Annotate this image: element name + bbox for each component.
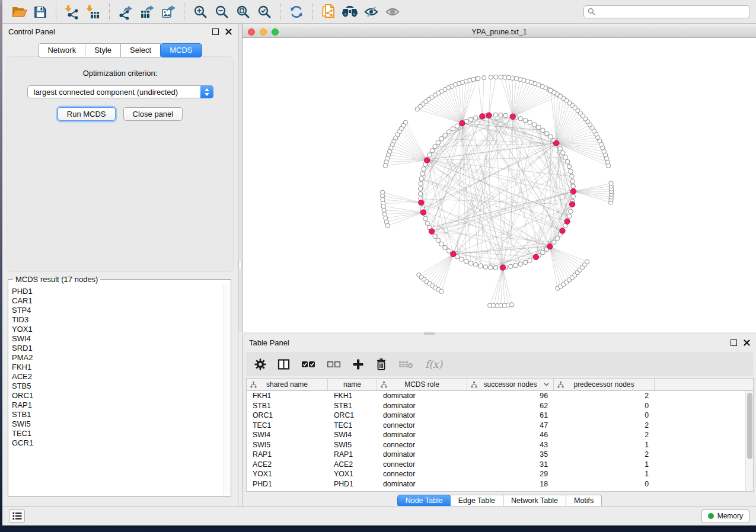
splitter-handle[interactable] bbox=[238, 261, 242, 270]
open-session-button[interactable] bbox=[8, 2, 30, 22]
float-panel-icon[interactable] bbox=[212, 28, 219, 35]
table-cell: STB1 bbox=[247, 402, 328, 410]
list-item[interactable]: YOX1 bbox=[12, 325, 231, 334]
column-label: predecessor nodes bbox=[573, 380, 634, 389]
network-graph[interactable] bbox=[243, 38, 756, 332]
mcds-result-scrollbar[interactable] bbox=[223, 285, 229, 495]
list-item[interactable]: GCR1 bbox=[12, 438, 231, 448]
select-all-button[interactable] bbox=[301, 360, 315, 369]
close-panel-icon[interactable] bbox=[225, 28, 232, 35]
table-cell: YOX1 bbox=[247, 470, 328, 478]
list-item[interactable]: PMA2 bbox=[12, 353, 231, 363]
table-row[interactable]: ACE2ACE2connector311 bbox=[247, 460, 753, 470]
table-row[interactable]: ORC1ORC1dominator610 bbox=[247, 411, 753, 421]
export-table-button[interactable] bbox=[136, 2, 158, 22]
list-item[interactable]: STB1 bbox=[12, 410, 231, 419]
table-cell: 61 bbox=[467, 411, 554, 419]
search-box[interactable] bbox=[583, 5, 750, 18]
import-network-button[interactable] bbox=[62, 2, 83, 22]
list-item[interactable]: SWI5 bbox=[12, 419, 231, 429]
search-input[interactable] bbox=[598, 7, 746, 17]
table-row[interactable]: PHD1PHD1dominator180 bbox=[247, 479, 753, 489]
search-network-button[interactable] bbox=[339, 2, 361, 22]
zoom-selected-button[interactable] bbox=[254, 2, 275, 22]
list-item[interactable]: FKH1 bbox=[12, 363, 231, 372]
list-item[interactable]: ACE2 bbox=[12, 372, 231, 382]
tab-motifs[interactable]: Motifs bbox=[566, 495, 602, 507]
table-row[interactable]: STB1STB1dominator620 bbox=[247, 401, 753, 411]
zoom-fit-button[interactable] bbox=[232, 2, 254, 22]
network-window-titlebar[interactable]: YPA_prune.txt_1 bbox=[243, 26, 756, 38]
table-cell: connector bbox=[377, 470, 467, 478]
list-item[interactable]: PHD1 bbox=[12, 287, 231, 296]
table-header-cell[interactable]: successor nodes bbox=[467, 379, 554, 390]
list-item[interactable]: STB5 bbox=[12, 382, 231, 391]
table-row[interactable]: YOX1YOX1connector291 bbox=[247, 469, 753, 479]
table-row[interactable]: SWI4SWI4dominator462 bbox=[247, 430, 753, 440]
float-panel-icon[interactable] bbox=[731, 339, 737, 346]
table-header-cell[interactable]: predecessor nodes bbox=[554, 379, 655, 390]
network-window: YPA_prune.txt_1 bbox=[243, 26, 756, 332]
scrollbar-thumb[interactable] bbox=[747, 393, 752, 459]
list-item[interactable]: ORC1 bbox=[12, 391, 231, 400]
table-cell: 2 bbox=[554, 421, 655, 430]
table-header-cell[interactable]: MCDS role bbox=[377, 379, 467, 390]
export-table-icon bbox=[139, 4, 155, 20]
clone-network-button[interactable] bbox=[318, 2, 339, 22]
refresh-button[interactable] bbox=[286, 2, 307, 22]
mcds-result-box: MCDS result (17 nodes) PHD1CAR1STP4TID3Y… bbox=[8, 275, 231, 496]
delete-column-button[interactable] bbox=[375, 358, 387, 371]
table-header-cell[interactable]: shared name bbox=[247, 379, 328, 390]
list-item[interactable]: SRD1 bbox=[12, 344, 231, 353]
criterion-value: largest connected component (undirected) bbox=[34, 88, 178, 97]
show-panel-list-button[interactable] bbox=[9, 509, 25, 523]
settings-gear-button[interactable] bbox=[254, 358, 266, 370]
add-column-button[interactable] bbox=[352, 358, 364, 370]
tab-mcds[interactable]: MCDS bbox=[160, 43, 202, 57]
close-panel-button[interactable]: Close panel bbox=[123, 107, 183, 121]
tab-network-table[interactable]: Network Table bbox=[503, 495, 566, 507]
save-session-button[interactable] bbox=[30, 2, 51, 22]
table-scrollbar[interactable] bbox=[745, 391, 753, 491]
table-cell: 47 bbox=[467, 421, 554, 430]
list-item[interactable]: SWI4 bbox=[12, 334, 231, 344]
list-item[interactable]: TID3 bbox=[12, 315, 231, 325]
table-header-cell[interactable]: name bbox=[328, 379, 377, 390]
show-graphics-button[interactable] bbox=[382, 2, 403, 22]
list-item[interactable]: TEC1 bbox=[12, 429, 231, 438]
criterion-select[interactable]: largest connected component (undirected) bbox=[27, 85, 213, 98]
table-row[interactable]: FKH1FKH1dominator962 bbox=[247, 391, 753, 401]
tab-node-table[interactable]: Node Table bbox=[397, 495, 451, 507]
table-row[interactable]: RAP1RAP1dominator352 bbox=[247, 450, 753, 460]
delete-table-button[interactable] bbox=[398, 359, 414, 370]
list-item[interactable]: CAR1 bbox=[12, 296, 231, 306]
clear-selection-button[interactable] bbox=[327, 360, 341, 369]
zoom-out-button[interactable] bbox=[211, 2, 232, 22]
export-network-button[interactable] bbox=[115, 2, 136, 22]
network-canvas[interactable] bbox=[243, 38, 756, 332]
hide-details-button[interactable] bbox=[361, 2, 382, 22]
tab-select[interactable]: Select bbox=[121, 43, 161, 57]
list-item[interactable]: STP4 bbox=[12, 306, 231, 315]
mcds-result-list[interactable]: PHD1CAR1STP4TID3YOX1SWI4SRD1PMA2FKH1ACE2… bbox=[12, 287, 231, 448]
table-row[interactable]: TEC1TEC1connector472 bbox=[247, 421, 753, 431]
table-cell: FKH1 bbox=[247, 392, 328, 400]
zoom-in-button[interactable] bbox=[190, 2, 211, 22]
table-row[interactable]: SWI5SWI5connector431 bbox=[247, 440, 753, 450]
function-builder-button[interactable]: f(x) bbox=[425, 358, 442, 370]
vertical-splitter[interactable] bbox=[238, 24, 243, 332]
tab-edge-table[interactable]: Edge Table bbox=[451, 495, 503, 507]
column-label: shared name bbox=[266, 380, 308, 389]
run-mcds-button[interactable]: Run MCDS bbox=[58, 107, 116, 121]
close-panel-icon[interactable] bbox=[744, 339, 750, 346]
list-item[interactable]: RAP1 bbox=[12, 400, 231, 410]
tab-network[interactable]: Network bbox=[38, 43, 85, 57]
show-columns-button[interactable] bbox=[277, 358, 290, 370]
table-cell: RAP1 bbox=[328, 450, 377, 459]
mcds-result-title: MCDS result (17 nodes) bbox=[13, 275, 100, 284]
tab-style[interactable]: Style bbox=[85, 43, 121, 57]
memory-button[interactable]: Memory bbox=[701, 509, 749, 523]
import-table-button[interactable] bbox=[83, 2, 104, 22]
table-cell: connector bbox=[377, 441, 467, 449]
export-image-button[interactable] bbox=[158, 2, 179, 22]
